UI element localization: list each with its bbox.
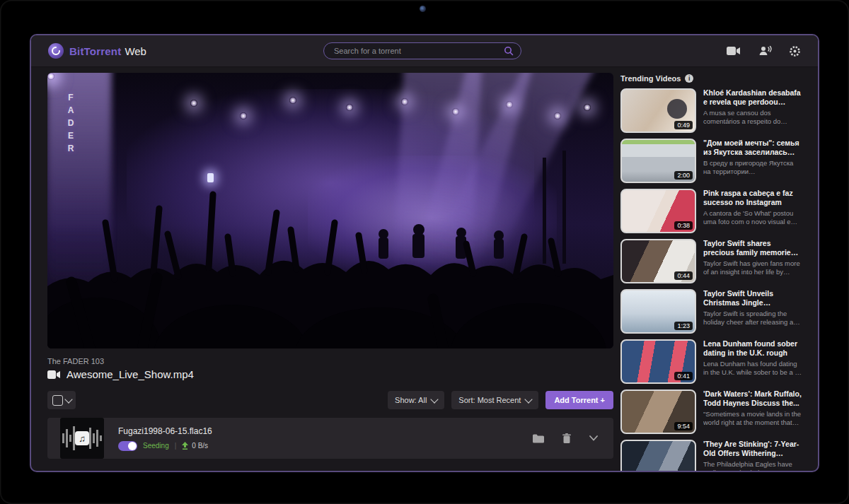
bittorrent-web-window: BitTorrent Web: [30, 34, 819, 472]
video-description: Lena Dunham has found dating in the U.K.…: [703, 360, 802, 376]
video-description: Taylor Swift is spreading the holiday ch…: [703, 310, 802, 326]
video-filename: Awesome_Live_Show.mp4: [67, 368, 194, 380]
trending-video-item[interactable]: 0:38 Pink raspa a cabeça e faz sucesso n…: [620, 189, 802, 233]
show-filter-dropdown[interactable]: Show: All: [388, 391, 444, 409]
trending-video-item[interactable]: 'They Are Stinking': 7-Year-Old Offers W…: [620, 440, 802, 472]
select-all-dropdown[interactable]: [47, 391, 76, 409]
duration-badge: 0:49: [674, 121, 693, 129]
torrent-active-toggle[interactable]: [118, 441, 137, 451]
chevron-down-icon: [431, 395, 439, 403]
trending-video-item[interactable]: 0:49 Khloé Kardashian desabafa e revela …: [620, 88, 802, 133]
upload-speed: 0 B/s: [182, 442, 208, 450]
video-thumbnail[interactable]: 0:38: [620, 189, 696, 233]
video-description: A cantora de 'So What' postou uma foto c…: [703, 209, 802, 225]
chevron-down-icon: [64, 395, 72, 403]
music-note-icon: ♫: [75, 431, 89, 445]
video-description: The Philadelphia Eagles have really come…: [703, 460, 802, 472]
add-torrent-label: Add Torrent +: [554, 396, 605, 404]
select-all-checkbox[interactable]: [52, 395, 63, 406]
video-title[interactable]: "Дом моей мечты": семья из Якутска засел…: [703, 139, 802, 157]
video-player[interactable]: FADER: [47, 73, 613, 348]
brand-suffix: Web: [125, 45, 146, 57]
trending-video-item[interactable]: 2:00 "Дом моей мечты": семья из Якутска …: [620, 139, 802, 183]
player-column: FADER The FADER 103 Awesome_Live_Show.mp…: [31, 67, 613, 472]
trending-title: Trending Videos: [620, 74, 681, 83]
video-title[interactable]: 'They Are Stinking': 7-Year-Old Offers W…: [703, 440, 802, 458]
expand-chevron-icon[interactable]: [589, 435, 598, 441]
video-thumbnail[interactable]: 0:49: [620, 88, 696, 133]
video-title[interactable]: Lena Dunham found sober dating in the U.…: [703, 339, 802, 358]
delete-trash-icon[interactable]: [562, 433, 571, 443]
torrent-name: Fugazi1998-06-15.flac16: [118, 426, 212, 436]
video-thumbnail[interactable]: 1:23: [620, 289, 696, 334]
duration-badge: 0:44: [674, 271, 693, 280]
video-thumbnail[interactable]: 0:41: [620, 339, 696, 384]
camera-icon[interactable]: [727, 46, 741, 56]
channel-name: The FADER 103: [47, 357, 613, 365]
bittorrent-logo-icon: [48, 43, 64, 59]
trending-sidebar: Trending Videos i 0:49 Khloé Kardashian …: [613, 67, 808, 472]
video-description: Taylor Swift has given fans more of an i…: [703, 259, 802, 276]
duration-badge: 9:54: [674, 422, 693, 430]
trending-video-item[interactable]: 0:44 Taylor Swift shares precious family…: [620, 239, 802, 283]
video-title[interactable]: Taylor Swift shares precious family memo…: [703, 239, 802, 257]
open-folder-icon[interactable]: [533, 434, 544, 443]
torrent-toolbar: Show: All Sort: Most Recent Add Torrent …: [47, 391, 613, 409]
sort-filter-dropdown[interactable]: Sort: Most Recent: [451, 391, 538, 409]
search-input[interactable]: [324, 47, 504, 55]
video-description: В среду в пригороде Якутска на территори…: [703, 159, 802, 175]
webcam-dot: [420, 6, 426, 12]
app-logo[interactable]: BitTorrent Web: [48, 43, 146, 59]
header-icon-group: [727, 45, 801, 57]
video-description: "Sometimes a movie lands in the world ri…: [703, 410, 802, 426]
sort-filter-label: Sort: Most Recent: [458, 396, 521, 404]
video-title[interactable]: Khloé Kardashian desabafa e revela que p…: [703, 88, 802, 107]
fader-vertical-logo: FADER: [66, 93, 76, 156]
video-file-icon: [47, 370, 60, 379]
torrent-status-badge: Seeding: [143, 442, 169, 450]
upload-arrow-icon: [182, 442, 188, 450]
video-thumbnail[interactable]: 9:54: [620, 389, 696, 434]
info-icon[interactable]: i: [685, 74, 693, 83]
duration-badge: 2:00: [674, 171, 693, 180]
video-thumbnail[interactable]: 0:44: [620, 239, 696, 283]
video-title[interactable]: Taylor Swift Unveils Christmas Jingle 'C…: [703, 289, 802, 307]
show-filter-label: Show: All: [395, 396, 427, 404]
video-title[interactable]: Pink raspa a cabeça e faz sucesso no Ins…: [703, 189, 802, 207]
torrent-row[interactable]: ♫ Fugazi1998-06-15.flac16 Seeding | 0 B/…: [47, 418, 613, 459]
invite-broadcast-icon[interactable]: [758, 45, 772, 57]
video-title[interactable]: 'Dark Waters': Mark Ruffalo, Todd Haynes…: [703, 389, 802, 408]
search-icon[interactable]: [504, 46, 514, 56]
torrent-waveform-thumbnail: ♫: [60, 418, 104, 459]
crowd-silhouette: [47, 73, 613, 348]
video-thumbnail[interactable]: [620, 440, 696, 472]
app-header: BitTorrent Web: [31, 35, 818, 67]
divider: |: [175, 442, 177, 450]
add-torrent-button[interactable]: Add Torrent +: [545, 391, 613, 409]
settings-gear-icon[interactable]: [789, 45, 801, 57]
video-thumbnail[interactable]: 2:00: [620, 139, 696, 183]
duration-badge: 1:23: [674, 322, 693, 330]
duration-badge: 0:41: [674, 372, 693, 380]
trending-video-item[interactable]: 0:41 Lena Dunham found sober dating in t…: [620, 339, 802, 384]
brand-name: BitTorrent: [69, 45, 121, 57]
duration-badge: 0:38: [674, 221, 693, 230]
trending-video-item[interactable]: 9:54 'Dark Waters': Mark Ruffalo, Todd H…: [620, 389, 802, 434]
chevron-down-icon: [525, 395, 533, 403]
video-description: A musa se cansou dos comentários a respe…: [703, 109, 802, 125]
main-content: FADER The FADER 103 Awesome_Live_Show.mp…: [31, 67, 818, 472]
torrent-search-bar[interactable]: [323, 42, 521, 59]
trending-video-item[interactable]: 1:23 Taylor Swift Unveils Christmas Jing…: [620, 289, 802, 334]
